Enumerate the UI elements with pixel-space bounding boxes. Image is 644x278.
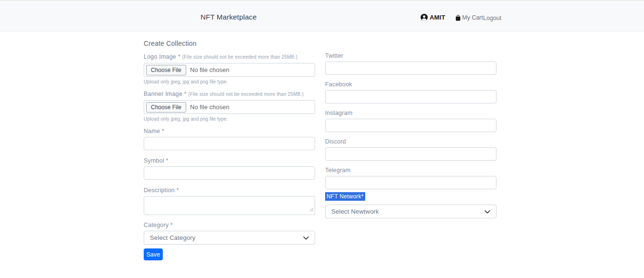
my-cart-label: My Cart: [462, 14, 483, 21]
symbol-field: Symbol *: [144, 157, 315, 180]
discord-field: Discord: [325, 138, 496, 161]
name-input[interactable]: [144, 137, 315, 150]
logo-choose-file-button[interactable]: Choose File: [146, 65, 186, 75]
logo-image-hint: (File size should not be exceeded more t…: [182, 54, 297, 60]
facebook-input[interactable]: [325, 90, 496, 103]
nft-network-field: NFT Network* Select Newtwork: [325, 189, 496, 218]
logo-image-label: Logo Image * (File size should not be ex…: [144, 53, 315, 61]
instagram-input[interactable]: [325, 119, 496, 132]
logout-link[interactable]: Logout: [483, 15, 501, 21]
banner-upload-note: Upload only jpeg, jpg and png file type.: [144, 116, 315, 122]
logo-upload-note: Upload only jpeg, jpg and png file type.: [144, 79, 315, 84]
banner-image-label: Banner Image * (File size should not be …: [144, 90, 315, 98]
category-select[interactable]: Select Category: [144, 231, 315, 245]
category-field: Category * Select Category: [144, 221, 315, 245]
telegram-label: Telegram: [325, 166, 496, 174]
twitter-label: Twitter: [325, 52, 496, 60]
description-label: Description *: [144, 186, 315, 194]
logo-file-status: No file chosen: [190, 66, 229, 73]
chevron-down-icon: [303, 235, 309, 243]
telegram-input[interactable]: [325, 176, 496, 189]
twitter-input[interactable]: [325, 62, 496, 75]
form-left-column: Create Collection Logo Image * (File siz…: [144, 40, 315, 260]
create-collection-page: NFT Marketplace AMIT My Ca: [0, 0, 644, 278]
form-right-column: Twitter Facebook Instagram Discord Teleg…: [325, 52, 496, 218]
nft-network-select[interactable]: Select Newtwork: [325, 205, 496, 218]
logo-file-input[interactable]: Choose File No file chosen: [144, 63, 315, 77]
user-menu[interactable]: AMIT: [421, 14, 445, 21]
person-circle-icon: [421, 14, 428, 21]
brand-title: NFT Marketplace: [201, 13, 257, 21]
shopping-bag-icon: [455, 15, 461, 21]
nft-network-label: NFT Network*: [325, 192, 365, 201]
banner-file-status: No file chosen: [190, 103, 229, 111]
banner-image-hint: (File size should not be exceeded more t…: [188, 92, 304, 97]
username: AMIT: [430, 14, 445, 21]
logo-image-label-text: Logo Image *: [144, 53, 180, 60]
instagram-field: Instagram: [325, 109, 496, 132]
symbol-input[interactable]: [144, 166, 315, 180]
facebook-label: Facebook: [325, 81, 496, 88]
category-label: Category *: [144, 221, 315, 229]
save-button[interactable]: Save: [144, 248, 163, 260]
discord-input[interactable]: [325, 147, 496, 161]
symbol-label: Symbol *: [144, 157, 315, 165]
banner-choose-file-button[interactable]: Choose File: [146, 102, 186, 113]
description-field: Description *: [144, 186, 315, 215]
name-label: Name *: [144, 127, 315, 135]
my-cart-link[interactable]: My Cart: [455, 14, 483, 21]
twitter-field: Twitter: [325, 52, 496, 75]
page-title: Create Collection: [144, 40, 315, 47]
instagram-label: Instagram: [325, 109, 496, 117]
nft-network-select-value: Select Newtwork: [331, 208, 379, 215]
telegram-field: Telegram: [325, 166, 496, 189]
name-field: Name *: [144, 127, 315, 150]
banner-image-label-text: Banner Image *: [144, 91, 187, 97]
header: NFT Marketplace AMIT My Ca: [0, 0, 644, 31]
description-textarea[interactable]: [144, 196, 315, 215]
category-select-value: Select Category: [150, 234, 196, 241]
discord-label: Discord: [325, 138, 496, 145]
facebook-field: Facebook: [325, 81, 496, 103]
logo-image-field: Logo Image * (File size should not be ex…: [144, 53, 315, 84]
chevron-down-icon: [484, 208, 491, 217]
banner-image-field: Banner Image * (File size should not be …: [144, 90, 315, 122]
banner-file-input[interactable]: Choose File No file chosen: [144, 100, 315, 114]
